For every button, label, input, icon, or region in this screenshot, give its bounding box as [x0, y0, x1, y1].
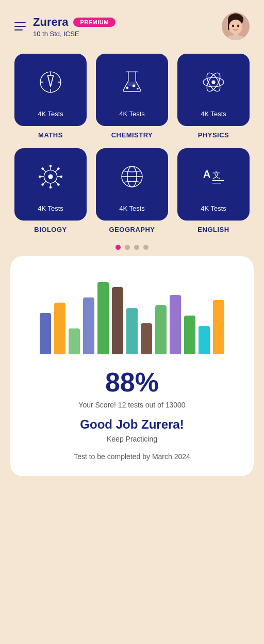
svg-point-28	[50, 186, 52, 189]
score-congrats: Good Job Zurera!	[80, 417, 184, 432]
subject-item-geography: 4K Tests GEOGRAPHY	[96, 148, 168, 233]
svg-text:文: 文	[212, 169, 221, 179]
subject-card-english[interactable]: A 文 4K Tests	[177, 148, 250, 221]
subject-label-maths: MATHS	[38, 131, 63, 139]
svg-line-39	[43, 181, 46, 184]
svg-point-26	[50, 164, 52, 167]
svg-line-35	[55, 181, 58, 184]
premium-badge: PREMIUM	[73, 18, 115, 27]
svg-point-30	[39, 175, 41, 178]
svg-point-34	[41, 167, 44, 170]
svg-point-40	[41, 183, 44, 186]
subject-label-english: ENGLISH	[197, 226, 229, 233]
score-keep: Keep Practicing	[107, 435, 157, 443]
subject-tests-physics: 4K Tests	[201, 110, 226, 118]
subject-card-geography[interactable]: 4K Tests	[96, 148, 168, 221]
score-sub: Your Score! 12 tests out of 13000	[78, 401, 185, 409]
subject-icon-biology	[36, 148, 65, 205]
svg-point-19	[211, 80, 215, 84]
subject-item-biology: 4K Tests BIOLOGY	[14, 148, 87, 233]
pagination-dot-1[interactable]	[125, 245, 130, 250]
subjects-section: 4K Tests MATHS 4K Tests CHEMISTRY 4K Tes…	[0, 49, 264, 233]
subject-tests-biology: 4K Tests	[38, 205, 63, 212]
svg-point-4	[232, 25, 234, 27]
brand-name: Zurera PREMIUM	[33, 15, 116, 29]
subject-tests-english: 4K Tests	[201, 205, 226, 212]
score-deadline: Test to be completed by March 2024	[74, 452, 190, 461]
subject-label-geography: GEOGRAPHY	[109, 226, 155, 233]
subject-card-chemistry[interactable]: 4K Tests	[96, 54, 168, 126]
subject-item-physics: 4K Tests PHYSICS	[177, 54, 250, 139]
subject-card-maths[interactable]: 4K Tests	[14, 54, 87, 126]
header-left: Zurera PREMIUM 10 th Std, ICSE	[14, 15, 116, 38]
subject-icon-geography	[117, 148, 147, 205]
subject-tests-chemistry: 4K Tests	[119, 110, 145, 118]
pagination-dot-2[interactable]	[134, 245, 139, 250]
svg-point-38	[57, 167, 60, 170]
subject-item-chemistry: 4K Tests CHEMISTRY	[96, 54, 168, 139]
svg-line-33	[43, 169, 46, 171]
subject-card-biology[interactable]: 4K Tests	[14, 148, 87, 221]
subject-item-maths: 4K Tests MATHS	[14, 54, 87, 139]
subject-tests-maths: 4K Tests	[38, 110, 63, 118]
bar-0	[40, 313, 51, 354]
app-header: Zurera PREMIUM 10 th Std, ICSE	[0, 0, 264, 49]
svg-point-5	[237, 25, 239, 27]
avatar[interactable]	[222, 12, 250, 40]
brand-text: Zurera	[33, 15, 68, 29]
svg-line-37	[55, 169, 58, 171]
brand-block: Zurera PREMIUM 10 th Std, ICSE	[33, 15, 116, 38]
bar-5	[112, 287, 123, 354]
subject-item-english: A 文 4K Tests ENGLISH	[177, 148, 250, 233]
subject-label-physics: PHYSICS	[198, 131, 229, 139]
bar-11	[199, 326, 210, 354]
subject-label-biology: BIOLOGY	[34, 226, 67, 233]
subject-icon-english: A 文	[199, 148, 228, 205]
bar-chart	[23, 272, 241, 354]
subject-icon-physics	[199, 54, 228, 110]
svg-point-17	[137, 87, 139, 89]
score-card: 88% Your Score! 12 tests out of 13000 Go…	[10, 256, 254, 476]
bar-12	[213, 300, 224, 354]
svg-point-15	[126, 86, 129, 89]
bar-10	[184, 316, 195, 354]
bar-1	[54, 303, 65, 354]
bar-2	[69, 328, 80, 354]
bar-6	[126, 308, 138, 354]
subject-icon-maths	[36, 54, 65, 110]
svg-point-18	[127, 82, 137, 86]
svg-point-3	[229, 20, 242, 34]
bar-9	[170, 295, 181, 354]
score-section: 88% Your Score! 12 tests out of 13000 Go…	[0, 256, 264, 492]
bar-3	[83, 297, 94, 354]
pagination-dot-0[interactable]	[116, 245, 121, 250]
hamburger-menu[interactable]	[14, 22, 26, 30]
bar-7	[141, 323, 152, 354]
svg-text:A: A	[203, 168, 210, 179]
pagination-dots	[0, 245, 264, 250]
svg-point-24	[48, 174, 53, 179]
subject-card-physics[interactable]: 4K Tests	[177, 54, 250, 126]
subject-icon-chemistry	[117, 54, 147, 110]
score-percent: 88%	[105, 369, 159, 396]
svg-point-36	[57, 183, 60, 186]
bar-4	[97, 282, 109, 354]
subject-tests-geography: 4K Tests	[119, 205, 145, 212]
bar-8	[155, 305, 167, 354]
brand-subtitle: 10 th Std, ICSE	[33, 30, 116, 38]
pagination-dot-3[interactable]	[143, 245, 148, 250]
svg-point-32	[60, 175, 63, 178]
subject-label-chemistry: CHEMISTRY	[111, 131, 153, 139]
subjects-grid: 4K Tests MATHS 4K Tests CHEMISTRY 4K Tes…	[14, 54, 250, 233]
